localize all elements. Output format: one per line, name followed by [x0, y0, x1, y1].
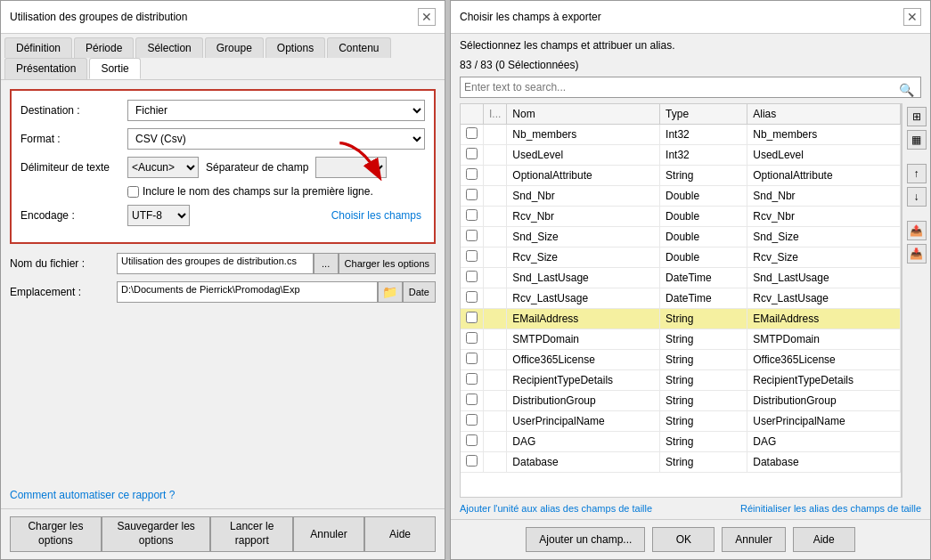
table-row: Rcv_SizeDoubleRcv_Size — [461, 248, 901, 268]
sauvegarder-options-button[interactable]: Sauvegarder les options — [102, 516, 211, 552]
row-checkbox[interactable] — [466, 312, 478, 323]
emplacement-browse-button[interactable]: 📁 — [378, 281, 403, 303]
row-alias-cell[interactable]: DistributionGroup — [747, 391, 901, 411]
tab-definition[interactable]: Définition — [4, 37, 72, 58]
lancer-rapport-button[interactable]: Lancer le rapport — [210, 516, 293, 552]
tab-groupe[interactable]: Groupe — [205, 37, 264, 58]
row-alias-cell[interactable]: UsedLevel — [747, 145, 901, 166]
row-check-cell — [461, 145, 484, 166]
red-arrow-icon — [333, 139, 387, 183]
row-alias-cell[interactable]: Nb_members — [747, 125, 901, 145]
row-checkbox[interactable] — [466, 373, 478, 385]
reset-alias-link[interactable]: Réinitialiser les alias des champs de ta… — [740, 503, 921, 514]
left-content: Destination : Fichier Format : CSV (Csv)… — [1, 80, 445, 482]
row-alias-cell[interactable]: RecipientTypeDetails — [747, 370, 901, 391]
row-num-cell — [484, 145, 507, 166]
row-checkbox[interactable] — [466, 250, 478, 262]
row-alias-cell[interactable]: Snd_Size — [747, 227, 901, 248]
row-alias-cell[interactable]: SMTPDomain — [747, 329, 901, 350]
row-alias-cell[interactable]: EMailAddress — [747, 309, 901, 329]
row-num-cell — [484, 268, 507, 288]
row-checkbox[interactable] — [466, 291, 478, 303]
row-checkbox[interactable] — [466, 189, 478, 200]
tab-sortie[interactable]: Sortie — [89, 58, 140, 79]
export-settings-section: Destination : Fichier Format : CSV (Csv)… — [10, 89, 436, 244]
row-alias-cell[interactable]: Database — [747, 452, 901, 473]
row-checkbox[interactable] — [466, 414, 478, 426]
include-fields-checkbox[interactable] — [127, 186, 139, 198]
row-type-cell: String — [660, 166, 747, 186]
automate-link[interactable]: Comment automatiser ce rapport ? — [1, 482, 445, 508]
ajouter-champ-button[interactable]: Ajouter un champ... — [526, 527, 645, 552]
table-row: DatabaseStringDatabase — [461, 452, 901, 473]
col-alias-header: Alias — [747, 104, 901, 125]
row-checkbox[interactable] — [466, 434, 478, 446]
move-down-button[interactable]: ↓ — [907, 187, 927, 207]
encodage-label: Encodage : — [20, 209, 127, 222]
row-alias-cell[interactable]: Snd_LastUsage — [747, 268, 901, 288]
row-checkbox[interactable] — [466, 332, 478, 344]
row-num-cell — [484, 391, 507, 411]
grid-icon-button1[interactable]: ⊞ — [907, 107, 927, 126]
separateur-label: Séparateur de champ — [206, 161, 308, 174]
nom-fichier-browse-button[interactable]: ... — [314, 253, 339, 274]
emplacement-input[interactable]: D:\Documents de Pierrick\Promodag\Exp — [117, 281, 378, 303]
move-up-button[interactable]: ↑ — [907, 164, 927, 183]
row-nom-cell: Snd_Nbr — [507, 186, 660, 207]
row-check-cell — [461, 370, 484, 391]
tab-periode[interactable]: Période — [74, 37, 134, 58]
col-num-header: I... — [484, 104, 507, 125]
aide-button[interactable]: Aide — [364, 516, 436, 552]
row-checkbox[interactable] — [466, 230, 478, 241]
destination-select[interactable]: Fichier — [127, 100, 425, 121]
row-nom-cell: Snd_Size — [507, 227, 660, 248]
row-alias-cell[interactable]: Rcv_LastUsage — [747, 288, 901, 309]
charger-options-button[interactable]: Charger les options — [10, 516, 102, 552]
delimiteur-select[interactable]: <Aucun> — [127, 157, 199, 178]
annuler-button[interactable]: Annuler — [293, 516, 364, 552]
annuler-dialog-button[interactable]: Annuler — [722, 527, 785, 552]
search-input[interactable] — [460, 77, 921, 98]
row-alias-cell[interactable]: Rcv_Nbr — [747, 207, 901, 227]
import-button[interactable]: 📥 — [907, 244, 927, 264]
aide-dialog-button[interactable]: Aide — [793, 527, 855, 552]
encodage-select[interactable]: UTF-8 — [127, 205, 190, 226]
tab-options[interactable]: Options — [265, 37, 325, 58]
right-close-button[interactable]: ✕ — [903, 8, 921, 26]
row-checkbox[interactable] — [466, 455, 478, 467]
table-row: RecipientTypeDetailsStringRecipientTypeD… — [461, 370, 901, 391]
file-section: Nom du fichier : Utilisation des groupes… — [10, 253, 436, 317]
nom-fichier-input[interactable]: Utilisation des groupes de distribution.… — [117, 253, 314, 274]
row-checkbox[interactable] — [466, 394, 478, 405]
ok-button[interactable]: OK — [652, 527, 715, 552]
row-alias-cell[interactable]: UserPrincipalName — [747, 411, 901, 432]
row-check-cell — [461, 227, 484, 248]
nom-fichier-date-button[interactable]: Charger les options — [339, 253, 436, 274]
row-checkbox[interactable] — [466, 148, 478, 159]
row-alias-cell[interactable]: OptionalAttribute — [747, 166, 901, 186]
choisir-champs-link[interactable]: Choisir les champs — [331, 209, 425, 222]
row-alias-cell[interactable]: Snd_Nbr — [747, 186, 901, 207]
row-checkbox[interactable] — [466, 353, 478, 364]
row-type-cell: String — [660, 432, 747, 452]
row-num-cell — [484, 452, 507, 473]
emplacement-date-button[interactable]: Date — [403, 281, 436, 303]
left-close-button[interactable]: ✕ — [418, 8, 436, 26]
row-check-cell — [461, 350, 484, 370]
row-type-cell: Int32 — [660, 145, 747, 166]
delimiteur-label: Délimiteur de texte — [20, 161, 127, 174]
row-checkbox[interactable] — [466, 168, 478, 180]
row-alias-cell[interactable]: Office365License — [747, 350, 901, 370]
tab-selection[interactable]: Sélection — [135, 37, 202, 58]
grid-icon-button2[interactable]: ▦ — [907, 130, 927, 150]
tab-presentation[interactable]: Présentation — [4, 58, 87, 79]
tab-contenu[interactable]: Contenu — [327, 37, 390, 58]
row-checkbox[interactable] — [466, 271, 478, 282]
row-checkbox[interactable] — [466, 209, 478, 221]
row-alias-cell[interactable]: DAG — [747, 432, 901, 452]
export-button[interactable]: 📤 — [907, 221, 927, 240]
row-num-cell — [484, 350, 507, 370]
row-checkbox[interactable] — [466, 127, 478, 139]
add-unit-link[interactable]: Ajouter l'unité aux alias des champs de … — [460, 503, 652, 514]
row-alias-cell[interactable]: Rcv_Size — [747, 248, 901, 268]
